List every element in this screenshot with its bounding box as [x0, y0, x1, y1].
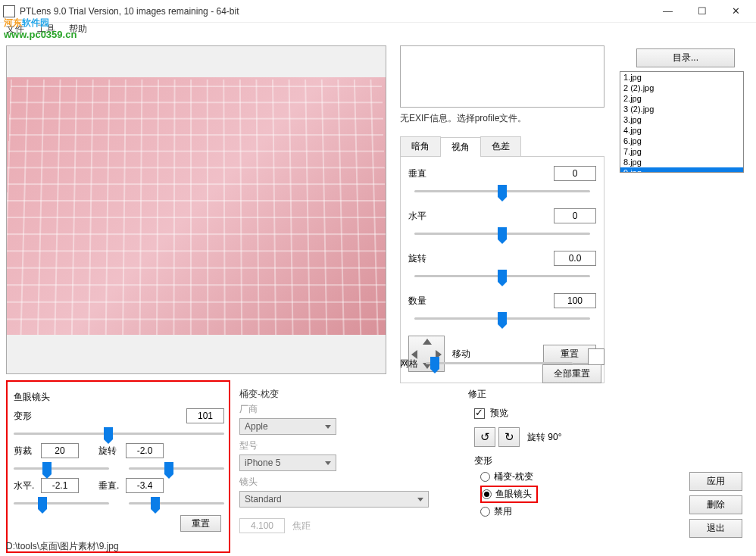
file-list-item[interactable]: 3 (2).jpg — [620, 104, 743, 114]
fe-vert-label: 垂直. — [98, 479, 123, 492]
maker-label: 厂商 — [239, 403, 451, 416]
maker-combo[interactable]: Apple — [239, 418, 336, 435]
apply-button[interactable]: 应用 — [689, 472, 742, 491]
amount-label: 数量 — [408, 295, 434, 308]
window-title: PTLens 9.0 Trial Version, 10 images rema… — [20, 6, 651, 17]
horizontal-label: 水平 — [408, 210, 434, 223]
close-button[interactable]: ✕ — [719, 1, 753, 22]
fe-rotate-label: 旋转 — [98, 445, 123, 458]
file-list-item[interactable]: 1.jpg — [620, 72, 743, 83]
thumbnail-box — [400, 45, 604, 108]
maximize-button[interactable]: ☐ — [685, 1, 719, 22]
tab-vignette[interactable]: 暗角 — [400, 136, 441, 156]
amount-value[interactable]: 100 — [554, 293, 596, 308]
rotation-label: 旋转 — [408, 252, 434, 265]
barrel-title: 桶变-枕变 — [239, 388, 451, 401]
rotate-cw-button[interactable]: ↻ — [498, 427, 520, 447]
tab-chroma[interactable]: 色差 — [480, 136, 521, 156]
titlebar: PTLens 9.0 Trial Version, 10 images rema… — [0, 0, 756, 23]
fisheye-panel: 鱼眼镜头 变形 101 剪裁 20 旋转 -2.0 水平. -2.1 垂直. -… — [9, 385, 229, 551]
vertical-value[interactable]: 0 — [554, 166, 596, 181]
annotation-box-fisheye-radio: 鱼眼镜头 — [480, 486, 538, 503]
barrel-panel: 桶变-枕变 厂商 Apple 型号 iPhone 5 镜头 Standard 4… — [239, 388, 451, 533]
horizontal-value[interactable]: 0 — [554, 208, 596, 223]
distortion-slider[interactable] — [14, 426, 224, 440]
rotation-slider[interactable] — [414, 269, 590, 284]
fe-vert-value[interactable]: -3.4 — [126, 478, 164, 493]
rotate90-label: 旋转 90° — [527, 431, 561, 444]
preview-label: 预览 — [490, 408, 508, 418]
rotate-ccw-button[interactable]: ↺ — [474, 427, 495, 447]
horizontal-slider[interactable] — [414, 226, 590, 242]
distortion-value[interactable]: 101 — [186, 408, 224, 423]
delete-button[interactable]: 删除 — [689, 495, 742, 514]
crop-label: 剪裁 — [14, 445, 38, 458]
radio-barrel[interactable] — [480, 472, 490, 482]
rotation-value[interactable]: 0.0 — [554, 251, 596, 266]
model-combo[interactable]: iPhone 5 — [239, 454, 336, 471]
file-list-item[interactable]: 2 (2).jpg — [620, 83, 743, 93]
exif-message: 无EXIF信息。选择profile文件。 — [400, 112, 604, 125]
radio-fisheye[interactable] — [482, 489, 492, 499]
exit-button[interactable]: 退出 — [689, 519, 742, 538]
vertical-label: 垂直 — [408, 167, 434, 180]
fe-rotate-slider[interactable] — [129, 461, 224, 475]
site-watermark: 河东软件园 www.pc0359.cn — [4, 11, 77, 40]
correction-title: 修正 — [468, 388, 620, 401]
tab-angle[interactable]: 视角 — [440, 137, 481, 157]
amount-slider[interactable] — [414, 311, 590, 326]
crop-value[interactable]: 20 — [41, 443, 79, 458]
lens-label: 镜头 — [239, 476, 451, 489]
file-list[interactable]: 1.jpg2 (2).jpg2.jpg3 (2).jpg3.jpg4.jpg6.… — [620, 71, 744, 173]
lens-combo[interactable]: Standard — [239, 491, 429, 508]
fisheye-reset-button[interactable]: 重置 — [180, 515, 221, 532]
mesh-label: 网格 — [400, 358, 418, 370]
file-list-item[interactable]: 6.jpg — [620, 136, 743, 146]
file-list-item[interactable]: 4.jpg — [620, 125, 743, 136]
focal-label: 焦距 — [292, 520, 311, 533]
minimize-button[interactable]: — — [651, 1, 685, 22]
menubar: 文件 工具 帮助 — [0, 23, 756, 38]
file-list-item[interactable]: 9.jpg — [620, 167, 743, 173]
fe-horiz-slider[interactable] — [14, 496, 109, 510]
fe-rotate-value[interactable]: -2.0 — [126, 443, 164, 458]
reset-all-button[interactable]: 全部重置 — [542, 364, 601, 383]
file-list-item[interactable]: 8.jpg — [620, 157, 743, 167]
fe-vert-slider[interactable] — [129, 496, 224, 510]
fe-horiz-label: 水平. — [14, 479, 38, 492]
distort-group-label: 变形 — [474, 454, 620, 467]
preview-image[interactable] — [7, 77, 386, 335]
status-path: D:\tools\桌面\图片素材\9.jpg — [6, 540, 119, 553]
preview-checkbox[interactable] — [474, 408, 485, 419]
mesh-checkbox[interactable] — [588, 348, 604, 365]
crop-slider[interactable] — [14, 461, 109, 475]
directory-button[interactable]: 目录... — [636, 48, 735, 67]
focal-value: 4.100 — [239, 518, 285, 533]
distortion-label: 变形 — [14, 410, 38, 423]
correction-panel: 修正 预览 ↺ ↻ 旋转 90° 变形 桶变-枕变 鱼眼镜头 禁用 — [468, 388, 620, 520]
radio-disable[interactable] — [480, 507, 490, 517]
fisheye-title: 鱼眼镜头 — [14, 391, 229, 404]
file-list-item[interactable]: 2.jpg — [620, 93, 743, 104]
file-list-item[interactable]: 7.jpg — [620, 146, 743, 157]
file-list-item[interactable]: 3.jpg — [620, 114, 743, 125]
correction-tabs: 暗角 视角 色差 垂直 0 水平 0 旋转 0.0 — [400, 136, 604, 383]
model-label: 型号 — [239, 439, 451, 452]
fe-horiz-value[interactable]: -2.1 — [41, 478, 79, 493]
vertical-slider[interactable] — [414, 184, 590, 199]
